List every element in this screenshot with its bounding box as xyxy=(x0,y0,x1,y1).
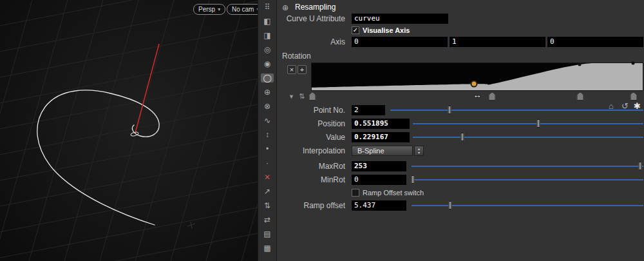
row-minrot: MinRot 0 xyxy=(278,175,644,186)
ramp-offset-label: Ramp offset xyxy=(278,201,345,210)
pose-tool-icon[interactable]: ⊕ xyxy=(261,88,274,97)
slider-handle[interactable] xyxy=(412,175,415,184)
viewport-toolbar: ⠿ ◧ ◨ ◎ ◉ ◯ ⊕ ⊗ ∿ ↕ • · ✕ ↗ ⇅ ⇄ ▤ ▦ xyxy=(258,0,277,261)
ramp-curve xyxy=(312,63,643,90)
marker-icon[interactable]: ✕ xyxy=(261,173,274,182)
display-options-icon[interactable]: ⠿ xyxy=(261,3,274,12)
row-visualise-axis: ✓ Visualise Axis xyxy=(278,26,644,37)
ramp-editor[interactable] xyxy=(311,63,643,91)
value-field[interactable]: 0.229167 xyxy=(352,132,410,142)
minrot-label: MinRot xyxy=(278,175,345,184)
camera-icon[interactable]: ◎ xyxy=(261,45,274,54)
viewport-3d[interactable]: Persp ▾ No cam ▾ xyxy=(0,0,258,261)
interpolation-dropdown[interactable]: B-Spline xyxy=(352,146,413,156)
persp-label: Persp xyxy=(198,5,215,14)
row-position: Position 0.551895 xyxy=(278,119,644,130)
interpolation-spinner[interactable]: ▴ ▾ xyxy=(414,146,424,156)
row-point-no: Point No. 2 xyxy=(278,105,644,116)
axis-z-field[interactable]: 0 xyxy=(547,37,643,47)
slider-handle[interactable] xyxy=(448,106,451,114)
interpolation-label: Interpolation xyxy=(278,146,345,155)
position-field[interactable]: 0.551895 xyxy=(352,119,410,129)
slider-track[interactable] xyxy=(412,205,643,206)
camera-persp-menu[interactable]: Persp ▾ xyxy=(193,4,225,15)
point-no-field[interactable]: 2 xyxy=(352,105,385,115)
slider-handle[interactable] xyxy=(537,119,540,128)
row-ramp-offset-switch: Ramp Offset switch xyxy=(278,188,644,199)
ramp-marker[interactable] xyxy=(630,92,637,101)
row-maxrot: MaxRot 253 xyxy=(278,161,644,172)
row-interpolation: Interpolation B-Spline ▴ ▾ xyxy=(278,146,644,157)
resize-cursor-icon: ↔ xyxy=(473,90,482,100)
slider-handle[interactable] xyxy=(638,162,641,170)
position-slider[interactable] xyxy=(413,119,643,129)
axis-label: Axis xyxy=(278,37,345,46)
minrot-slider[interactable] xyxy=(412,175,643,185)
axis-y-field[interactable]: 1 xyxy=(450,37,545,47)
value-label: Value xyxy=(278,133,345,142)
position-label: Position xyxy=(278,119,345,128)
curve-u-attribute-label: Curve U Attribute xyxy=(278,14,345,23)
ramp-point[interactable] xyxy=(631,62,634,65)
ramp-point-selected[interactable] xyxy=(470,81,477,88)
collapse-triangle-icon[interactable]: ▼ xyxy=(289,93,294,100)
spin-down-icon[interactable]: ▾ xyxy=(418,151,420,155)
value-slider[interactable] xyxy=(413,132,643,142)
slider-handle[interactable] xyxy=(460,133,464,141)
row-axis: Axis 0 1 0 xyxy=(278,37,644,48)
view-tool-icon[interactable]: ◯ xyxy=(261,73,274,82)
swap-icon[interactable]: ⇄ xyxy=(261,215,274,224)
handle-icon[interactable]: ↕ xyxy=(261,130,274,139)
curve-display-icon[interactable]: ∿ xyxy=(261,116,274,125)
slider-track[interactable] xyxy=(413,137,643,138)
viewport-canvas xyxy=(0,0,258,261)
visualise-axis-checkbox[interactable]: ✓ xyxy=(352,26,359,34)
axis-x-field[interactable]: 0 xyxy=(352,37,448,47)
maxrot-slider[interactable] xyxy=(412,161,643,171)
ramp-point[interactable] xyxy=(578,63,582,66)
slider-track[interactable] xyxy=(390,110,643,111)
ramp-offset-switch-label[interactable]: Ramp Offset switch xyxy=(363,189,424,197)
curve-u-attribute-field[interactable]: curveu xyxy=(352,14,448,24)
houdini-window: Persp ▾ No cam ▾ ⠿ ◧ ◨ ◎ ◉ ◯ ⊕ ⊗ ∿ ↕ • ·… xyxy=(0,0,644,261)
row-rotation-header: Rotation ⌂ ↺ ✱ xyxy=(278,51,644,62)
point-no-label: Point No. xyxy=(278,106,345,115)
row-ramp-offset: Ramp offset 5.437 xyxy=(278,200,644,211)
panel-header: ⊕ Resampling xyxy=(278,2,644,13)
lock-view-icon[interactable]: ◧ xyxy=(261,17,274,26)
ramp-offset-field[interactable]: 5.437 xyxy=(352,200,406,211)
node-icon: ⊕ xyxy=(282,3,289,12)
ramp-marker[interactable] xyxy=(309,92,316,101)
minrot-field[interactable]: 0 xyxy=(352,175,406,185)
rotation-label: Rotation xyxy=(282,52,311,61)
ramp-offset-switch-checkbox[interactable] xyxy=(352,189,359,197)
slider-track[interactable] xyxy=(413,123,643,124)
row-curve-u-attribute: Curve U Attribute curveu xyxy=(278,14,644,24)
vector-display-icon[interactable]: ↗ xyxy=(261,187,274,196)
point-no-slider[interactable] xyxy=(390,105,643,115)
row-value: Value 0.229167 xyxy=(278,132,644,143)
slider-handle[interactable] xyxy=(449,201,452,209)
ramp-marker[interactable] xyxy=(576,92,583,101)
slider-track[interactable] xyxy=(412,166,643,167)
chevron-down-icon: ▾ xyxy=(218,5,220,14)
slider-track[interactable] xyxy=(412,179,643,180)
lock-camera-icon[interactable]: ◨ xyxy=(261,31,274,40)
page-title: Resampling xyxy=(295,3,336,12)
ramp-delete-point-button[interactable]: × xyxy=(287,65,296,74)
ramp-marker[interactable] xyxy=(489,92,496,101)
snap-icon[interactable]: ⊗ xyxy=(261,102,274,111)
ramp-marker-strip[interactable]: ↔ xyxy=(311,91,643,102)
point-display-icon[interactable]: • xyxy=(261,144,274,153)
visualise-axis-label[interactable]: Visualise Axis xyxy=(363,26,410,34)
grid-display-icon[interactable]: ▦ xyxy=(261,244,274,253)
ramp-offset-slider[interactable] xyxy=(412,200,643,211)
parameter-panel: ⊕ Resampling Curve U Attribute curveu ✓ … xyxy=(278,0,644,261)
ramp-add-point-button[interactable]: + xyxy=(298,65,307,74)
maxrot-field[interactable]: 253 xyxy=(352,161,406,171)
list-display-icon[interactable]: ▤ xyxy=(261,229,274,238)
reorder-icon[interactable]: ⇅ xyxy=(299,92,305,101)
light-icon[interactable]: ◉ xyxy=(261,59,274,68)
dot-display-icon[interactable]: · xyxy=(261,159,274,168)
order-icon[interactable]: ⇅ xyxy=(261,201,274,210)
